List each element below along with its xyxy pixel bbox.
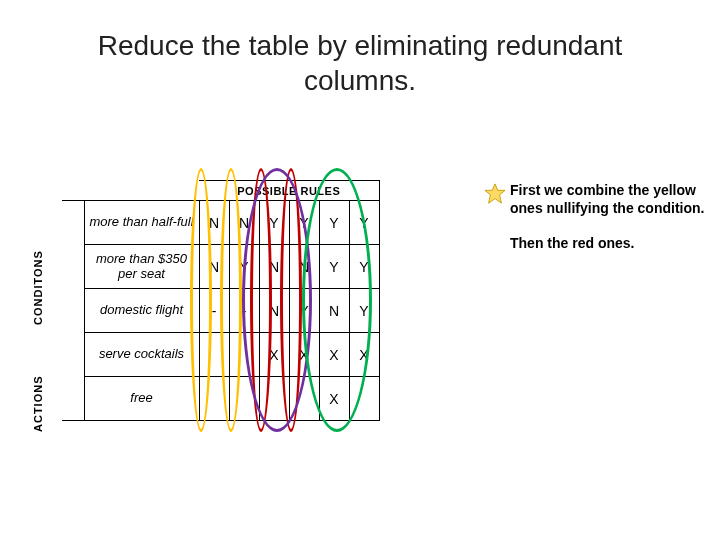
rule-cell bbox=[259, 377, 289, 421]
rule-cell: Y bbox=[289, 289, 319, 333]
decision-table-wrap: CONDITONS ACTIONS POSSIBLE RULES more th… bbox=[40, 180, 380, 421]
rule-cell: N bbox=[259, 245, 289, 289]
rule-cell: N bbox=[199, 201, 229, 245]
rule-cell: N bbox=[319, 289, 349, 333]
star-icon bbox=[484, 183, 506, 205]
table-row: serve cocktails X X X X bbox=[62, 333, 379, 377]
actions-side-label: ACTIONS bbox=[32, 406, 44, 432]
rule-cell: Y bbox=[349, 201, 379, 245]
decision-table: POSSIBLE RULES more than half-full N N Y… bbox=[62, 180, 380, 421]
row-label: more than $350 per seat bbox=[84, 245, 199, 289]
rule-cell: Y bbox=[289, 201, 319, 245]
table-row: more than half-full N N Y Y Y Y bbox=[62, 201, 379, 245]
annotation-line-2: Then the red ones. bbox=[510, 235, 705, 253]
content-area: CONDITONS ACTIONS POSSIBLE RULES more th… bbox=[40, 180, 380, 425]
table-row: free X bbox=[62, 377, 379, 421]
svg-marker-0 bbox=[485, 184, 505, 203]
rule-cell bbox=[349, 377, 379, 421]
rule-cell: N bbox=[199, 245, 229, 289]
rule-cell: - bbox=[229, 289, 259, 333]
rule-cell: N bbox=[259, 289, 289, 333]
annotation-line-1: First we combine the yellow ones nullify… bbox=[510, 182, 705, 217]
row-label: serve cocktails bbox=[84, 333, 199, 377]
rule-cell: Y bbox=[349, 289, 379, 333]
rule-cell bbox=[199, 333, 229, 377]
rule-cell: Y bbox=[349, 245, 379, 289]
table-row: domestic flight - - N Y N Y bbox=[62, 289, 379, 333]
rule-cell bbox=[229, 377, 259, 421]
row-label: free bbox=[84, 377, 199, 421]
rule-cell: X bbox=[289, 333, 319, 377]
rule-cell: X bbox=[349, 333, 379, 377]
rule-cell: N bbox=[229, 201, 259, 245]
rule-cell: X bbox=[319, 333, 349, 377]
row-label: more than half-full bbox=[84, 201, 199, 245]
annotation-text: First we combine the yellow ones nullify… bbox=[510, 182, 705, 253]
slide-title: Reduce the table by eliminating redundan… bbox=[0, 0, 720, 108]
possible-rules-header: POSSIBLE RULES bbox=[199, 181, 379, 201]
rule-cell bbox=[199, 377, 229, 421]
rule-cell: - bbox=[199, 289, 229, 333]
row-label: domestic flight bbox=[84, 289, 199, 333]
rule-cell: X bbox=[259, 333, 289, 377]
rule-cell: Y bbox=[319, 201, 349, 245]
rule-cell: Y bbox=[259, 201, 289, 245]
conditions-side-label: CONDITONS bbox=[32, 299, 44, 325]
rule-cell bbox=[289, 377, 319, 421]
rule-cell: X bbox=[319, 377, 349, 421]
table-row: more than $350 per seat N Y N N Y Y bbox=[62, 245, 379, 289]
rule-cell bbox=[229, 333, 259, 377]
rule-cell: Y bbox=[319, 245, 349, 289]
rule-cell: Y bbox=[229, 245, 259, 289]
rule-cell: N bbox=[289, 245, 319, 289]
